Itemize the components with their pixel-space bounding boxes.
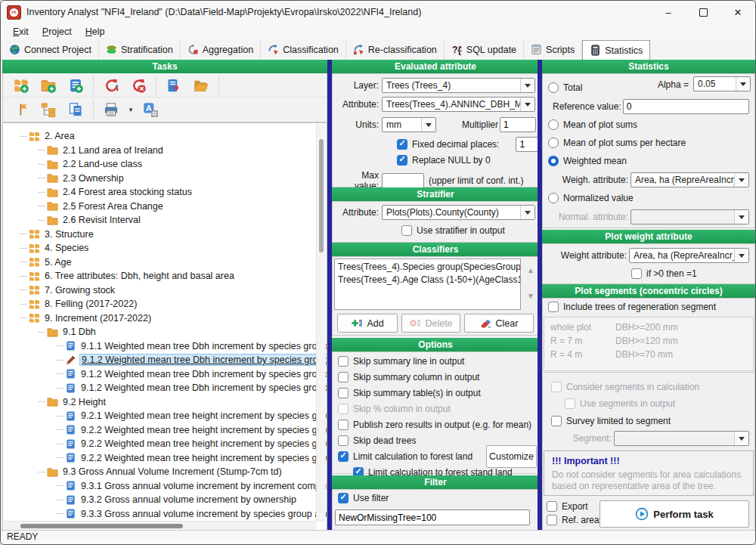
layer-select[interactable]: Trees (Trees_4) bbox=[382, 78, 535, 93]
tree-item[interactable]: 9. Increment (2017-2022) bbox=[3, 311, 327, 326]
chevron-down-icon[interactable] bbox=[520, 79, 534, 92]
export-checkbox[interactable] bbox=[547, 501, 557, 512]
open-task-button[interactable] bbox=[187, 75, 215, 96]
tree-item[interactable]: 9.2 Height bbox=[3, 395, 327, 410]
copy-task-button[interactable] bbox=[62, 99, 89, 120]
export-task-button[interactable] bbox=[160, 75, 187, 96]
flag-task-button[interactable] bbox=[8, 99, 35, 120]
tree-item[interactable]: 2.3 Ownership bbox=[3, 172, 327, 186]
normalized-value-radio[interactable] bbox=[548, 193, 559, 203]
chevron-down-icon[interactable] bbox=[520, 98, 534, 111]
classifiers-list[interactable]: Trees(Trees_4).Species group(SpeciesGrou… bbox=[334, 259, 521, 310]
add-task-button[interactable] bbox=[62, 75, 89, 96]
tree-item[interactable]: 2.4 Forest area stocking status bbox=[3, 185, 327, 200]
tree-item[interactable]: 8. Felling (2017-2022) bbox=[3, 297, 327, 311]
tab-stratification[interactable]: Stratification bbox=[99, 39, 181, 60]
use-filter-checkbox[interactable] bbox=[338, 493, 349, 503]
tree-item[interactable]: 9.1.2 Weighted mean tree Dbh increment b… bbox=[3, 367, 327, 382]
tree-item[interactable]: 9.3 Gross Annual Volume Increment (Stump… bbox=[3, 465, 327, 479]
minimize-button[interactable]: – bbox=[651, 1, 686, 23]
max-value-input[interactable] bbox=[382, 173, 424, 188]
tab-statistics[interactable]: Statistics bbox=[582, 40, 650, 60]
use-segments-checkbox[interactable] bbox=[565, 398, 575, 409]
include-regeneration-checkbox[interactable] bbox=[548, 302, 559, 312]
perform-task-button[interactable]: Perform task bbox=[600, 500, 749, 528]
tab-sql-update[interactable]: SQL update bbox=[445, 39, 524, 60]
classifier-item[interactable]: Trees(Trees_4).Species group(SpeciesGrou… bbox=[338, 261, 517, 274]
customize-button[interactable]: Customize bbox=[486, 445, 537, 468]
translate-button[interactable] bbox=[137, 99, 164, 120]
delete-classifier-button[interactable]: Delete bbox=[401, 314, 460, 333]
chevron-down-icon[interactable] bbox=[734, 432, 748, 445]
add-classifier-button[interactable]: Add bbox=[337, 314, 398, 333]
skip-column-in-output-checkbox[interactable] bbox=[338, 404, 349, 414]
chevron-down-icon[interactable] bbox=[734, 210, 748, 224]
tree-item[interactable]: 9.2.2 Weighted mean tree height incremen… bbox=[3, 451, 327, 466]
delete-task-results-button[interactable] bbox=[125, 75, 152, 96]
tree-item[interactable]: 2. Area bbox=[3, 129, 327, 144]
clear-classifiers-button[interactable]: Clear bbox=[464, 314, 534, 333]
skip-dead-trees-checkbox[interactable] bbox=[338, 435, 349, 446]
tree-item[interactable]: 9.1.2 Weighted mean tree Dbh increment b… bbox=[3, 381, 327, 395]
classifier-item[interactable]: Trees(Trees_4).Age Class (1-50+)(AgeClas… bbox=[338, 274, 517, 286]
tree-item[interactable]: 2.2 Land-use class bbox=[3, 157, 327, 172]
alpha-select[interactable]: 0.05 bbox=[693, 76, 751, 91]
weighted-mean-radio[interactable] bbox=[548, 156, 559, 166]
tree-item[interactable]: 2.1 Land area of Ireland bbox=[3, 144, 327, 158]
replace-null-checkbox[interactable] bbox=[397, 155, 407, 166]
add-task-group-button[interactable] bbox=[8, 75, 35, 96]
recalculate-task-button[interactable] bbox=[98, 75, 125, 96]
tree-vscroll-thumb[interactable] bbox=[319, 139, 324, 252]
tree-item[interactable]: 2.6 Revisit Interval bbox=[3, 213, 327, 228]
attribute-select[interactable]: Trees(Trees_4).ANNINC_DBH_MM( bbox=[382, 97, 535, 112]
use-stratifier-checkbox[interactable] bbox=[401, 225, 412, 236]
skip-summary-table-s-in-output-checkbox[interactable] bbox=[338, 388, 349, 398]
fixed-decimal-checkbox[interactable] bbox=[397, 139, 407, 150]
move-down-button[interactable]: ▼ bbox=[525, 291, 537, 302]
ref-areas-checkbox[interactable] bbox=[547, 515, 557, 525]
chevron-down-icon[interactable] bbox=[734, 249, 748, 262]
print-dropdown-button[interactable]: ▾ bbox=[125, 99, 137, 120]
tree-item[interactable]: 9.3.3 Gross annual volume increment by s… bbox=[3, 507, 327, 522]
mean-plot-sums-radio[interactable] bbox=[548, 119, 559, 130]
tree-item[interactable]: 9.2.2 Weighted mean tree height incremen… bbox=[3, 437, 327, 451]
tree-item[interactable]: 9.3.1 Gross annual volume increment by i… bbox=[3, 479, 327, 494]
mean-plot-sums-ha-radio[interactable] bbox=[548, 138, 559, 148]
tree-item[interactable]: 9.3.2 Gross annual volume increment by o… bbox=[3, 493, 327, 507]
tree-item[interactable]: 2.5 Forest Area Change bbox=[3, 200, 327, 214]
menu-project[interactable]: Project bbox=[36, 25, 78, 39]
tree-item[interactable]: 9.1 Dbh bbox=[3, 325, 327, 339]
tree-item[interactable]: 4. Species bbox=[3, 241, 327, 255]
tab-scripts[interactable]: Scripts bbox=[524, 39, 582, 60]
chevron-down-icon[interactable] bbox=[421, 118, 435, 132]
menu-help[interactable]: Help bbox=[79, 25, 111, 39]
weight-attribute-select[interactable]: Area, ha (RepreAreaIncr_h bbox=[629, 248, 749, 263]
consider-segments-checkbox[interactable] bbox=[551, 382, 562, 392]
total-radio[interactable] bbox=[548, 82, 559, 93]
menu-exit[interactable]: Exit bbox=[7, 25, 35, 39]
chevron-down-icon[interactable] bbox=[736, 77, 750, 91]
chevron-down-icon[interactable] bbox=[734, 173, 748, 187]
units-select[interactable]: mm bbox=[382, 117, 436, 132]
tree-item[interactable]: 9.1.1 Weighted mean tree Dbh increment b… bbox=[3, 339, 327, 354]
tree-item[interactable]: 5. Age bbox=[3, 255, 327, 270]
maximize-button[interactable] bbox=[686, 1, 720, 23]
chevron-down-icon[interactable] bbox=[520, 206, 534, 219]
segment-select[interactable] bbox=[614, 431, 749, 446]
weigh-attribute-select[interactable]: Area, ha (RepreAreaIncr_h bbox=[631, 172, 749, 187]
tab-connect-project[interactable]: Connect Project bbox=[2, 39, 99, 60]
tree-item[interactable]: 9.1.2 Weighted mean tree Dbh increment b… bbox=[3, 353, 327, 367]
tree-vertical-scrollbar[interactable] bbox=[316, 124, 326, 522]
move-up-button[interactable]: ▲ bbox=[525, 265, 537, 276]
tree-item[interactable]: 9.2.1 Weighted mean tree height incremen… bbox=[3, 409, 327, 423]
limit-calculation-to-forest-land-checkbox[interactable] bbox=[338, 451, 349, 462]
multiplier-input[interactable] bbox=[500, 117, 536, 132]
stratifier-attribute-select[interactable]: Plots(Plots).County(County) bbox=[382, 205, 535, 220]
tab-aggregation[interactable]: Aggregation bbox=[181, 39, 261, 60]
tree-item[interactable]: 3. Structure bbox=[3, 228, 327, 242]
tree-item[interactable]: 7. Growing stock bbox=[3, 283, 327, 298]
if-gt0-checkbox[interactable] bbox=[631, 268, 642, 279]
filter-input[interactable] bbox=[335, 509, 530, 525]
skip-summary-line-in-output-checkbox[interactable] bbox=[338, 356, 349, 367]
tree-hscroll-thumb[interactable] bbox=[20, 524, 183, 528]
